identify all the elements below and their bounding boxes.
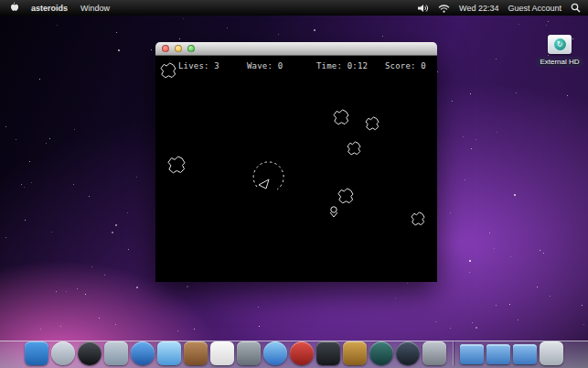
star xyxy=(382,36,383,37)
star xyxy=(258,307,259,308)
star xyxy=(56,291,57,292)
star xyxy=(437,71,438,72)
star xyxy=(151,49,152,50)
star xyxy=(435,321,436,322)
menu-bar: asteroids Window Wed 22:34 Guest Account xyxy=(0,0,588,16)
wifi-icon[interactable] xyxy=(438,4,450,13)
menu-window[interactable]: Window xyxy=(80,4,110,13)
star xyxy=(516,92,517,93)
external-hd-label: External HD xyxy=(536,57,583,67)
dock-icon-dashboard[interactable] xyxy=(78,341,102,365)
star xyxy=(546,25,547,26)
spotlight-icon[interactable] xyxy=(571,3,581,13)
star xyxy=(496,305,497,306)
hud-time: Time: 0:12 xyxy=(316,61,368,70)
star xyxy=(583,324,584,325)
apple-menu-icon[interactable] xyxy=(8,2,18,14)
star xyxy=(537,287,538,287)
star xyxy=(476,327,477,329)
star xyxy=(452,101,453,102)
dock-icon-folder-documents[interactable] xyxy=(460,344,484,364)
star xyxy=(74,129,75,130)
star xyxy=(29,161,30,162)
star xyxy=(60,326,61,327)
star xyxy=(49,138,50,139)
dock-icon-folder-applications[interactable] xyxy=(513,344,537,364)
game-area[interactable]: Lives: 3 Wave: 0 Time: 0:12 Score: 0 xyxy=(155,56,437,282)
dock-icon-itunes[interactable] xyxy=(263,341,287,365)
star xyxy=(112,232,113,233)
window-titlebar[interactable] xyxy=(155,42,437,56)
dock-icon-photo-booth[interactable] xyxy=(316,341,340,365)
star xyxy=(395,298,396,298)
star xyxy=(136,177,137,178)
star xyxy=(25,220,26,221)
dock-icon-quicktime[interactable] xyxy=(396,341,420,365)
star xyxy=(543,253,544,254)
star xyxy=(471,148,472,149)
asteroid xyxy=(168,157,185,173)
dock-icon-garageband[interactable] xyxy=(343,341,367,365)
dock-icon-ical[interactable] xyxy=(210,341,234,365)
star xyxy=(51,232,52,233)
dock-icon-finder[interactable] xyxy=(25,341,48,365)
star xyxy=(115,224,117,226)
desktop-icon-external-hd[interactable]: ↻ External HD xyxy=(535,35,584,67)
asteroid xyxy=(412,212,424,225)
star xyxy=(127,212,128,213)
star xyxy=(465,179,465,180)
dock-icon-time-machine[interactable] xyxy=(369,341,393,365)
menu-user[interactable]: Guest Account xyxy=(508,4,561,13)
star xyxy=(183,18,184,19)
star xyxy=(497,132,497,133)
star xyxy=(472,322,473,323)
star xyxy=(567,95,568,96)
asteroid xyxy=(366,117,379,130)
star xyxy=(16,139,16,140)
star xyxy=(104,275,105,276)
dock-icon-folder-downloads[interactable] xyxy=(486,344,510,364)
star xyxy=(194,329,195,330)
minimize-button[interactable] xyxy=(175,45,182,52)
star xyxy=(518,319,519,320)
volume-icon[interactable] xyxy=(418,4,429,13)
dock-separator xyxy=(453,341,454,365)
star xyxy=(314,29,315,31)
star xyxy=(469,260,471,262)
menu-clock[interactable]: Wed 22:34 xyxy=(459,4,498,13)
star xyxy=(128,249,129,250)
zoom-button[interactable] xyxy=(187,45,195,52)
dock-icon-ichat[interactable] xyxy=(157,341,181,365)
star xyxy=(31,182,32,183)
star xyxy=(519,24,519,25)
dock-icon-trash[interactable] xyxy=(540,341,563,365)
dock-icon-safari[interactable] xyxy=(131,341,155,365)
star xyxy=(5,126,6,127)
star xyxy=(99,318,100,319)
dock-icon-mail[interactable] xyxy=(104,341,128,365)
star xyxy=(57,25,58,26)
star xyxy=(187,286,188,287)
star xyxy=(89,196,90,197)
star xyxy=(450,212,451,213)
dock-icon-app-store[interactable] xyxy=(51,341,75,365)
star xyxy=(509,304,510,305)
star xyxy=(85,294,86,295)
game-canvas[interactable] xyxy=(155,56,437,282)
dock-icon-address-book[interactable] xyxy=(184,341,208,365)
star xyxy=(24,187,25,188)
star xyxy=(450,328,451,329)
star xyxy=(496,59,497,60)
star xyxy=(278,34,279,35)
dock-icon-preview[interactable] xyxy=(237,341,261,365)
dock-icon-dvd-player[interactable] xyxy=(290,341,314,365)
star xyxy=(77,288,78,289)
menu-app-name[interactable]: asteroids xyxy=(31,4,68,13)
dock-icon-system-preferences[interactable] xyxy=(422,341,446,365)
ship-shield-arc xyxy=(253,162,283,189)
star xyxy=(227,27,228,28)
star xyxy=(407,283,408,284)
star xyxy=(463,136,464,137)
close-button[interactable] xyxy=(162,45,169,52)
star xyxy=(469,272,470,273)
